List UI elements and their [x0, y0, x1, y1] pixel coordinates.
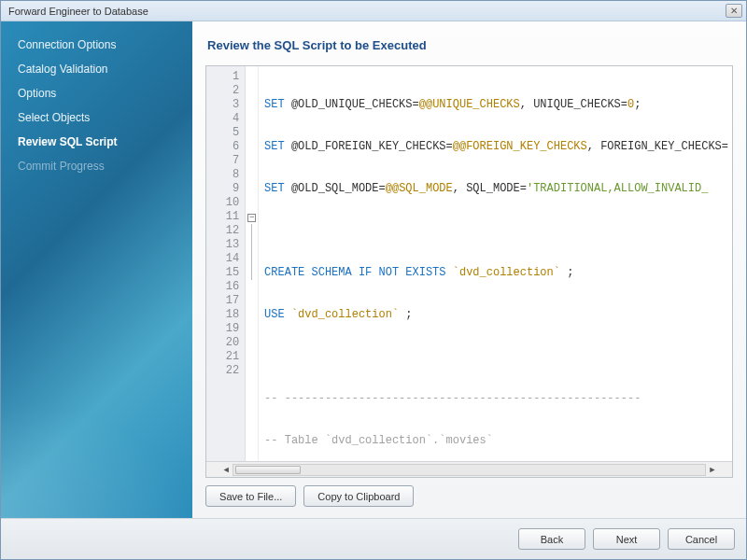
- fold-toggle-icon[interactable]: −: [247, 214, 256, 222]
- editor-toolbar: Save to File... Copy to Clipboard: [205, 478, 733, 507]
- step-commit-progress: Commit Progress: [1, 154, 192, 178]
- fold-gutter[interactable]: −: [246, 66, 259, 461]
- line-number-gutter: 12345678910111213141516171819202122: [206, 66, 246, 461]
- cancel-button[interactable]: Cancel: [668, 528, 735, 550]
- code-text[interactable]: SET @OLD_UNIQUE_CHECKS=@@UNIQUE_CHECKS, …: [259, 66, 732, 461]
- back-button[interactable]: Back: [518, 528, 585, 550]
- wizard-steps-sidebar: Connection Options Catalog Validation Op…: [1, 21, 192, 518]
- step-catalog-validation[interactable]: Catalog Validation: [1, 57, 192, 81]
- wizard-window: Forward Engineer to Database ✕ Connectio…: [0, 0, 747, 560]
- step-connection-options[interactable]: Connection Options: [1, 33, 192, 57]
- step-select-objects[interactable]: Select Objects: [1, 105, 192, 130]
- step-review-sql-script[interactable]: Review SQL Script: [1, 130, 192, 154]
- page-title: Review the SQL Script to be Executed: [207, 38, 733, 52]
- copy-to-clipboard-button[interactable]: Copy to Clipboard: [303, 485, 414, 507]
- close-button[interactable]: ✕: [726, 4, 742, 18]
- close-icon: ✕: [730, 6, 738, 16]
- wizard-footer: Back Next Cancel: [1, 518, 746, 559]
- scroll-left-icon[interactable]: ◄: [219, 465, 233, 474]
- body: Connection Options Catalog Validation Op…: [1, 21, 746, 518]
- save-to-file-button[interactable]: Save to File...: [205, 485, 296, 507]
- horizontal-scrollbar[interactable]: ◄ ►: [206, 461, 732, 477]
- sql-editor[interactable]: 12345678910111213141516171819202122 − SE…: [205, 65, 733, 478]
- main-panel: Review the SQL Script to be Executed 123…: [192, 21, 746, 518]
- next-button[interactable]: Next: [593, 528, 660, 550]
- step-options[interactable]: Options: [1, 81, 192, 105]
- scrollbar-thumb[interactable]: [235, 466, 301, 474]
- window-title: Forward Engineer to Database: [5, 6, 726, 17]
- scrollbar-track[interactable]: [233, 464, 706, 476]
- scroll-right-icon[interactable]: ►: [706, 465, 719, 474]
- titlebar[interactable]: Forward Engineer to Database ✕: [1, 1, 746, 21]
- code-area[interactable]: 12345678910111213141516171819202122 − SE…: [206, 66, 732, 461]
